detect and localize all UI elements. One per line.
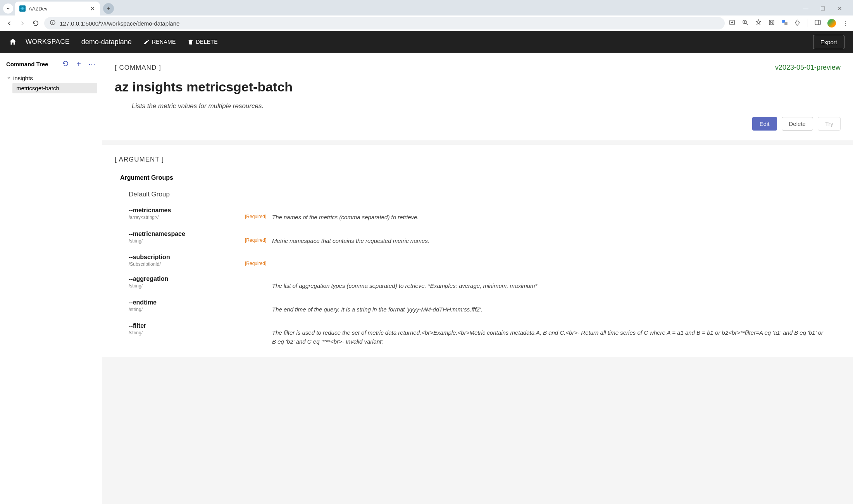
tree-leaf-metricsget-batch[interactable]: metricsget-batch	[12, 83, 97, 93]
close-window-icon[interactable]: ✕	[836, 5, 844, 12]
toolbar-separator	[808, 19, 808, 27]
svg-rect-14	[784, 22, 788, 25]
command-card: [ COMMAND ] v2023-05-01-preview az insig…	[102, 53, 853, 140]
argument-type: /SubscriptionId/	[129, 261, 245, 267]
argument-left: --endtime/string/	[129, 299, 245, 312]
argument-type: /string/	[129, 238, 245, 244]
argument-list: --metricnames/array<string>/[Required]Th…	[115, 207, 841, 346]
argument-required-badge	[245, 322, 272, 329]
translate-icon[interactable]	[781, 19, 788, 28]
browser-tab[interactable]: AAZDev ✕	[15, 2, 100, 15]
argument-left: --metricnames/array<string>/	[129, 207, 245, 220]
argument-row: --endtime/string/The end time of the que…	[115, 299, 841, 314]
version-tag: v2023-05-01-preview	[775, 64, 841, 72]
svg-rect-15	[815, 20, 820, 25]
try-button: Try	[818, 117, 841, 131]
argument-left: --filter/string/	[129, 322, 245, 335]
argument-row: --aggregation/string/The list of aggrega…	[115, 275, 841, 291]
argument-required-badge: [Required]	[245, 254, 272, 266]
command-actions: Edit Delete Try	[115, 117, 841, 131]
argument-description	[272, 254, 841, 260]
delete-command-button[interactable]: Delete	[782, 117, 813, 131]
new-tab-button[interactable]: +	[103, 3, 114, 14]
argument-description: The end time of the query. It is a strin…	[272, 299, 841, 314]
tab-strip: AAZDev ✕ + — ☐ ✕	[0, 0, 853, 15]
main-layout: Command Tree + ⋯ insights metricsget-bat…	[0, 53, 853, 504]
sidepanel-icon[interactable]	[814, 19, 821, 28]
delete-workspace-button[interactable]: DELETE	[188, 39, 218, 45]
maximize-icon[interactable]: ☐	[819, 5, 827, 12]
profile-avatar[interactable]	[827, 19, 836, 28]
argument-left: --aggregation/string/	[129, 275, 245, 289]
more-tree-icon[interactable]: ⋯	[88, 60, 96, 69]
tree-children: metricsget-batch	[12, 83, 97, 93]
minimize-icon[interactable]: —	[802, 5, 810, 12]
argument-description: The list of aggregation types (comma sep…	[272, 275, 841, 291]
chevron-down-icon	[6, 75, 12, 81]
argument-type: /string/	[129, 307, 245, 312]
command-description: Lists the metric values for multiple res…	[132, 102, 841, 110]
argument-required-badge: [Required]	[245, 230, 272, 243]
toolbar-actions: ⋮	[729, 19, 848, 28]
reload-button[interactable]	[31, 19, 40, 28]
argument-description: The names of the metrics (comma separate…	[272, 207, 841, 222]
refresh-tree-icon[interactable]	[62, 60, 69, 69]
argument-name: --filter	[129, 322, 245, 329]
argument-row: --filter/string/The filter is used to re…	[115, 322, 841, 346]
command-title: az insights metricsget-batch	[115, 79, 841, 95]
argument-name: --metricnames	[129, 207, 245, 214]
url-text: 127.0.0.1:5000/?#/workspace/demo-datapla…	[60, 20, 179, 27]
workspace-name: demo-dataplane	[81, 38, 132, 46]
delete-label: DELETE	[196, 39, 218, 45]
argument-required-badge: [Required]	[245, 207, 272, 219]
home-icon[interactable]	[9, 38, 17, 46]
browser-toolbar: 127.0.0.1:5000/?#/workspace/demo-datapla…	[0, 15, 853, 31]
argument-groups-title: Argument Groups	[120, 174, 841, 181]
tree-node-insights[interactable]: insights	[5, 73, 97, 83]
sidebar-title: Command Tree	[6, 61, 56, 67]
bookmark-icon[interactable]	[755, 19, 762, 28]
argument-description: The filter is used to reduce the set of …	[272, 322, 841, 346]
argument-type: /array<string>/	[129, 215, 245, 220]
argument-name: --subscription	[129, 254, 245, 261]
sidebar: Command Tree + ⋯ insights metricsget-bat…	[0, 53, 102, 504]
tree-node-label: insights	[13, 75, 33, 81]
tab-title: AAZDev	[29, 6, 86, 12]
argument-section: [ ARGUMENT ] Argument Groups Default Gro…	[102, 145, 853, 357]
group-name: Default Group	[129, 191, 841, 198]
notion-extension-icon[interactable]	[768, 19, 775, 28]
argument-name: --metricnamespace	[129, 230, 245, 237]
install-app-icon[interactable]	[729, 19, 736, 28]
workspace-label: WORKSPACE	[26, 38, 70, 46]
back-button[interactable]	[5, 19, 14, 28]
command-tag: [ COMMAND ]	[115, 64, 161, 72]
rename-label: RENAME	[152, 39, 176, 45]
argument-required-badge	[245, 275, 272, 282]
app-header: WORKSPACE demo-dataplane RENAME DELETE E…	[0, 31, 853, 53]
tab-close-icon[interactable]: ✕	[89, 5, 95, 12]
svg-line-9	[746, 23, 748, 25]
argument-name: --endtime	[129, 299, 245, 306]
argument-description: Metric namespace that contains the reque…	[272, 230, 841, 246]
edit-button[interactable]: Edit	[752, 117, 777, 131]
argument-row: --subscription/SubscriptionId/[Required]	[115, 254, 841, 267]
address-bar[interactable]: 127.0.0.1:5000/?#/workspace/demo-datapla…	[44, 17, 725, 29]
content-area: [ COMMAND ] v2023-05-01-preview az insig…	[102, 53, 853, 504]
chrome-menu-icon[interactable]: ⋮	[842, 20, 848, 27]
forward-button[interactable]	[18, 19, 27, 28]
site-info-icon[interactable]	[50, 19, 56, 27]
export-button[interactable]: Export	[813, 35, 844, 49]
extensions-icon[interactable]	[794, 19, 801, 28]
argument-tag: [ ARGUMENT ]	[115, 156, 841, 163]
argument-name: --aggregation	[129, 275, 245, 282]
browser-chrome: AAZDev ✕ + — ☐ ✕ 127.0.0.1:5000/?#/works…	[0, 0, 853, 31]
rename-button[interactable]: RENAME	[143, 39, 176, 45]
argument-type: /string/	[129, 283, 245, 289]
tab-search-dropdown[interactable]	[3, 3, 13, 14]
add-tree-icon[interactable]: +	[75, 60, 83, 69]
window-controls: — ☐ ✕	[802, 5, 850, 12]
argument-left: --metricnamespace/string/	[129, 230, 245, 244]
svg-point-0	[22, 8, 23, 9]
zoom-icon[interactable]	[742, 19, 749, 28]
argument-left: --subscription/SubscriptionId/	[129, 254, 245, 267]
